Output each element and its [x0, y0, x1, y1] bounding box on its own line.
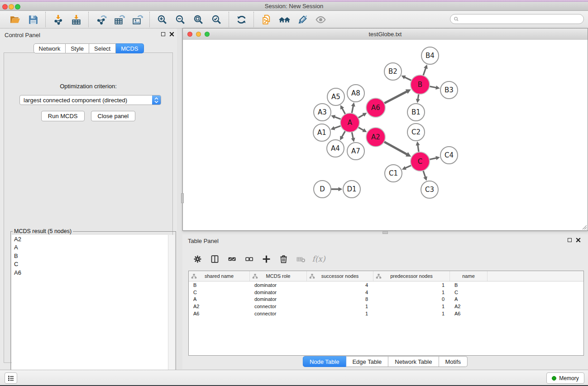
save-session-icon[interactable]	[24, 12, 42, 27]
network-window-titlebar[interactable]: testGlobe.txt	[183, 29, 588, 40]
table-row[interactable]: A6connector11A6	[189, 310, 583, 317]
insert-column-icon[interactable]	[207, 252, 222, 266]
zoom-in-icon[interactable]	[153, 12, 171, 27]
graph-node-B3[interactable]: B3	[440, 81, 458, 99]
graph-node-B[interactable]: B	[411, 75, 430, 94]
column-header-name[interactable]: name	[450, 271, 488, 281]
zoom-fit-icon[interactable]	[189, 12, 207, 27]
unselect-all-rows-icon[interactable]	[241, 252, 257, 266]
home-icon[interactable]	[275, 12, 293, 27]
network-canvas[interactable]: B4B2BB3A8A5A6A3B1AA1C2A2A4A7C4CC1DD1C3	[183, 40, 588, 230]
column-header-predecessor-nodes[interactable]: predecessor nodes	[373, 271, 450, 281]
zoom-selected-icon[interactable]	[207, 12, 225, 27]
graph-node-D1[interactable]: D1	[343, 181, 360, 198]
graph-node-B1[interactable]: B1	[407, 104, 425, 121]
graph-edge-A-A2[interactable]	[359, 128, 364, 130]
graph-edge-A-A5[interactable]	[342, 108, 345, 114]
optimization-dropdown[interactable]: largest connected component (directed)	[19, 95, 161, 105]
graph-edge-A-A6[interactable]	[359, 114, 363, 117]
graph-node-C[interactable]: C	[411, 152, 430, 171]
table-mode-gear-icon[interactable]	[190, 252, 205, 266]
run-mcds-button[interactable]: Run MCDS	[41, 111, 85, 121]
graph-edge-B-B1[interactable]	[418, 95, 419, 100]
add-column-icon[interactable]	[258, 252, 274, 266]
graph-edge-A-A3[interactable]	[335, 117, 340, 119]
mcds-result-item[interactable]: A2	[12, 235, 175, 243]
network-vertical-scrollbar[interactable]	[181, 193, 184, 203]
export-network-icon[interactable]	[92, 12, 110, 27]
table-row[interactable]: Cdominator41C	[189, 289, 583, 296]
graph-edge-A6-B[interactable]	[385, 91, 407, 103]
graph-node-C1[interactable]: C1	[385, 165, 402, 182]
graph-node-A3[interactable]: A3	[314, 104, 331, 121]
close-panel-button[interactable]: Close panel	[91, 111, 136, 121]
close-table-panel-icon[interactable]	[576, 238, 581, 243]
network-horizontal-scrollbar[interactable]	[382, 231, 388, 234]
select-all-rows-icon[interactable]	[224, 252, 239, 266]
mcds-result-scrollbar[interactable]	[168, 235, 175, 384]
graph-edge-B-B3[interactable]	[430, 86, 436, 88]
graph-node-B4[interactable]: B4	[421, 47, 439, 64]
column-header-successor-nodes[interactable]: successor nodes	[307, 271, 373, 281]
mcds-result-item[interactable]: A6	[12, 268, 175, 277]
graph-edge-A2-C[interactable]	[385, 142, 407, 154]
tab-mcds[interactable]: MCDS	[116, 43, 143, 53]
graph-node-A2[interactable]: A2	[366, 128, 385, 147]
graph-edge-C-C2[interactable]	[418, 145, 419, 151]
table-row[interactable]: A2connector11A2	[189, 303, 583, 310]
graph-edge-A-A7[interactable]	[352, 133, 354, 138]
graph-node-A5[interactable]: A5	[327, 88, 344, 105]
tab-edge-table[interactable]: Edge Table	[346, 356, 388, 367]
hide-annotations-icon[interactable]	[293, 12, 311, 27]
tab-network[interactable]: Network	[33, 43, 66, 53]
tab-style[interactable]: Style	[66, 43, 89, 53]
graph-node-C3[interactable]: C3	[421, 181, 438, 198]
table-row[interactable]: Bdominator41B	[189, 281, 583, 289]
graph-node-C2[interactable]: C2	[407, 124, 425, 141]
graph-node-A8[interactable]: A8	[347, 85, 364, 102]
import-network-icon[interactable]	[49, 12, 67, 27]
task-history-button[interactable]	[5, 372, 17, 384]
open-file-icon[interactable]	[6, 12, 24, 27]
table-row[interactable]: Adominator80A	[189, 295, 583, 303]
delete-column-icon[interactable]	[276, 252, 291, 266]
graph-node-D[interactable]: D	[314, 181, 331, 198]
graph-edge-A-A1[interactable]	[334, 126, 340, 129]
memory-button[interactable]: Memory	[546, 372, 584, 384]
graph-node-B2[interactable]: B2	[384, 63, 402, 80]
graph-node-C4[interactable]: C4	[440, 147, 458, 164]
graph-node-A6[interactable]: A6	[366, 98, 385, 117]
resize-grip-icon[interactable]	[581, 224, 587, 230]
tab-network-table[interactable]: Network Table	[388, 356, 439, 367]
graph-node-A1[interactable]: A1	[313, 124, 330, 141]
import-table-icon[interactable]	[67, 12, 85, 27]
export-table-icon[interactable]	[110, 12, 128, 27]
graph-edge-B-B4[interactable]	[423, 68, 425, 75]
float-panel-icon[interactable]	[161, 32, 165, 36]
column-header-MCDS-role[interactable]: MCDS role	[250, 271, 307, 281]
search-input[interactable]	[461, 15, 581, 23]
graph-edge-A-A4[interactable]	[342, 132, 345, 138]
column-header-shared-name[interactable]: shared name	[189, 271, 250, 281]
tab-node-table[interactable]: Node Table	[303, 356, 346, 367]
refresh-layout-icon[interactable]	[232, 12, 250, 27]
graph-node-A4[interactable]: A4	[327, 140, 344, 157]
show-graphics-details-icon[interactable]	[311, 12, 330, 27]
graph-edge-B-B2[interactable]	[405, 77, 411, 80]
export-image-icon[interactable]	[128, 12, 146, 27]
graph-node-A7[interactable]: A7	[347, 143, 364, 160]
graph-edge-C-C3[interactable]	[423, 171, 425, 177]
mcds-result-item[interactable]: A	[12, 243, 175, 252]
tab-select[interactable]: Select	[89, 43, 116, 53]
graph-edge-C-C4[interactable]	[430, 158, 436, 159]
mcds-result-item[interactable]: C	[12, 260, 175, 269]
search-box[interactable]	[450, 14, 584, 24]
graph-edge-A-A8[interactable]	[352, 106, 353, 113]
tab-motifs[interactable]: Motifs	[439, 356, 468, 367]
graph-edge-C-C1[interactable]	[405, 166, 411, 168]
clone-network-icon[interactable]	[257, 12, 275, 27]
float-table-panel-icon[interactable]	[568, 238, 572, 242]
close-panel-icon[interactable]	[169, 32, 174, 37]
zoom-out-icon[interactable]	[171, 12, 189, 27]
graph-node-A[interactable]: A	[340, 113, 359, 132]
